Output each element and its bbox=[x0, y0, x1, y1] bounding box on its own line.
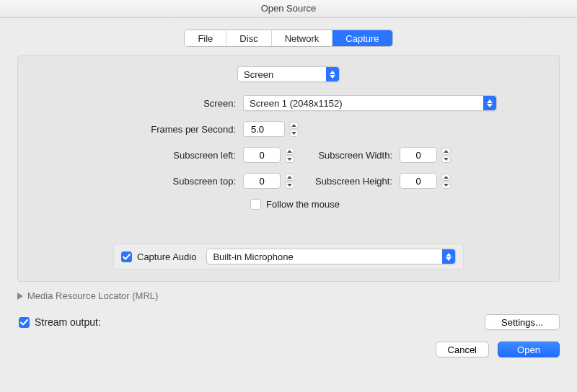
screen-row: Screen: Screen 1 (2048x1152) bbox=[28, 95, 549, 111]
subscreen-height-step-down[interactable] bbox=[441, 182, 451, 189]
content-area: File Disc Network Capture Screen Screen: bbox=[0, 18, 577, 357]
tab-disc[interactable]: Disc bbox=[226, 30, 271, 46]
fps-spinner bbox=[243, 121, 299, 137]
subscreen-top-step-down[interactable] bbox=[285, 182, 294, 189]
window-title: Open Source bbox=[261, 3, 317, 14]
capture-mode-value: Screen bbox=[238, 69, 326, 80]
capture-audio-checkbox[interactable]: Capture Audio bbox=[121, 251, 196, 262]
subscreen-width-stepper bbox=[441, 148, 451, 163]
follow-mouse-row: Follow the mouse bbox=[28, 199, 549, 210]
tab-capture[interactable]: Capture bbox=[332, 30, 392, 46]
screen-label: Screen: bbox=[28, 98, 243, 109]
subscreen-top-height-row: Subscreen top: Subscreen Height: bbox=[28, 173, 549, 189]
subscreen-width-input[interactable] bbox=[400, 147, 437, 163]
subscreen-left-stepper bbox=[285, 148, 294, 163]
stream-output-checkbox[interactable]: Stream output: bbox=[19, 316, 101, 328]
cancel-button[interactable]: Cancel bbox=[436, 342, 489, 357]
open-button[interactable]: Open bbox=[498, 342, 560, 357]
fps-step-down[interactable] bbox=[289, 130, 299, 137]
mrl-label: Media Resource Locator (MRL) bbox=[27, 290, 158, 301]
subscreen-height-label: Subscreen Height: bbox=[294, 176, 400, 187]
source-tabs-segment: File Disc Network Capture bbox=[184, 30, 392, 47]
subscreen-top-spinner bbox=[243, 173, 294, 189]
mrl-disclosure[interactable]: Media Resource Locator (MRL) bbox=[17, 290, 560, 301]
checkbox-box-icon bbox=[121, 251, 132, 262]
tab-file[interactable]: File bbox=[185, 30, 226, 46]
subscreen-height-stepper bbox=[441, 174, 451, 189]
subscreen-left-step-down[interactable] bbox=[285, 156, 294, 163]
fps-label: Frames per Second: bbox=[28, 124, 243, 135]
fps-input[interactable] bbox=[243, 121, 285, 137]
audio-device-value: Built-in Microphone bbox=[207, 251, 442, 262]
capture-audio-bar: Capture Audio Built-in Microphone bbox=[113, 244, 464, 270]
stream-output-left: Stream output: bbox=[17, 316, 101, 328]
follow-mouse-checkbox[interactable]: Follow the mouse bbox=[250, 199, 340, 210]
screen-select[interactable]: Screen 1 (2048x1152) bbox=[243, 95, 497, 111]
updown-arrows-icon bbox=[483, 96, 496, 110]
subscreen-height-spinner bbox=[400, 173, 451, 189]
source-tabs: File Disc Network Capture bbox=[17, 30, 560, 47]
capture-mode-popup[interactable]: Screen bbox=[237, 66, 340, 82]
window-titlebar: Open Source bbox=[0, 0, 577, 18]
subscreen-width-step-up[interactable] bbox=[441, 148, 451, 155]
screen-select-value: Screen 1 (2048x1152) bbox=[244, 98, 483, 109]
follow-mouse-label: Follow the mouse bbox=[266, 199, 340, 210]
subscreen-height-group: Subscreen Height: bbox=[294, 173, 451, 189]
subscreen-height-step-up[interactable] bbox=[441, 174, 451, 181]
tab-network[interactable]: Network bbox=[272, 30, 333, 46]
capture-form: Screen: Screen 1 (2048x1152) Frames per … bbox=[28, 95, 549, 210]
stream-output-label: Stream output: bbox=[35, 316, 101, 328]
fps-step-up[interactable] bbox=[289, 122, 299, 129]
subscreen-top-label: Subscreen top: bbox=[28, 176, 243, 187]
updown-arrows-icon bbox=[326, 67, 339, 81]
subscreen-width-group: Subscreen Width: bbox=[294, 147, 451, 163]
disclosure-triangle-icon bbox=[17, 293, 23, 300]
checkbox-box-icon bbox=[19, 317, 30, 328]
capture-audio-label: Capture Audio bbox=[137, 251, 196, 262]
subscreen-left-label: Subscreen left: bbox=[28, 150, 243, 161]
subscreen-left-step-up[interactable] bbox=[285, 148, 294, 155]
dialog-buttons: Cancel Open bbox=[17, 342, 560, 357]
updown-arrows-icon bbox=[442, 249, 455, 264]
subscreen-left-spinner bbox=[243, 147, 294, 163]
audio-device-popup[interactable]: Built-in Microphone bbox=[206, 249, 456, 264]
fps-stepper bbox=[289, 122, 299, 137]
subscreen-left-input[interactable] bbox=[243, 147, 281, 163]
stream-output-row: Stream output: Settings... bbox=[17, 314, 560, 330]
fps-row: Frames per Second: bbox=[28, 121, 549, 137]
subscreen-width-spinner bbox=[400, 147, 451, 163]
subscreen-top-stepper bbox=[285, 174, 294, 189]
capture-panel: Screen Screen: Screen 1 (2048x1152) bbox=[17, 55, 560, 282]
subscreen-width-step-down[interactable] bbox=[441, 156, 451, 163]
subscreen-left-width-row: Subscreen left: Subscreen Width: bbox=[28, 147, 549, 163]
settings-button[interactable]: Settings... bbox=[485, 314, 560, 330]
checkbox-box-icon bbox=[250, 199, 261, 210]
capture-mode-row: Screen bbox=[28, 66, 549, 82]
subscreen-width-label: Subscreen Width: bbox=[294, 150, 400, 161]
subscreen-height-input[interactable] bbox=[400, 173, 437, 189]
subscreen-top-input[interactable] bbox=[243, 173, 281, 189]
subscreen-top-step-up[interactable] bbox=[285, 174, 294, 181]
